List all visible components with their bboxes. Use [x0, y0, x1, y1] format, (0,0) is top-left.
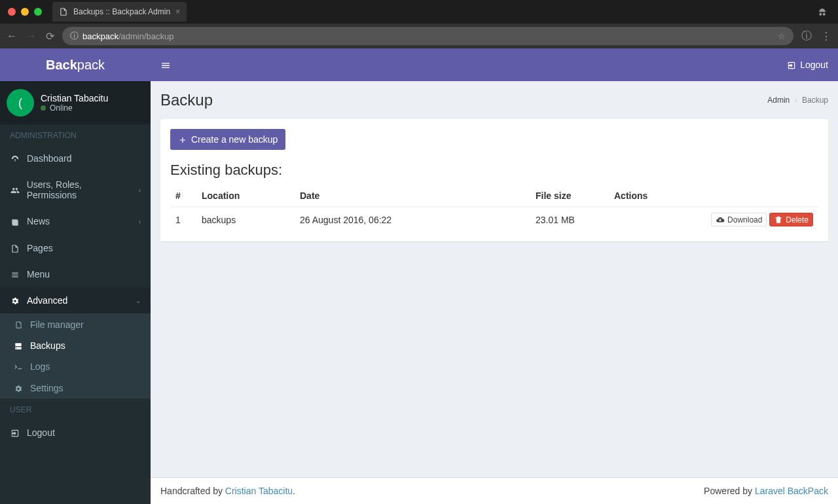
close-tab-icon[interactable]: ×	[175, 7, 180, 16]
brand-logo[interactable]: Backpack	[0, 48, 151, 81]
footer-left: Handcrafted by Cristian Tabacitu.	[160, 486, 295, 496]
sidebar: Backpack ( Cristian Tabacitu Online ADMI…	[0, 48, 151, 504]
logout-label: Logout	[800, 60, 828, 70]
users-icon	[10, 185, 20, 195]
menu-icon[interactable]: ⋮	[820, 30, 833, 43]
breadcrumb-sep: ›	[795, 96, 797, 105]
download-button[interactable]: Download	[711, 213, 767, 226]
topbar: Logout	[151, 48, 838, 81]
browser-tab-title: Backups :: Backpack Admin	[73, 7, 170, 16]
content-body: Create a new backup Existing backups: # …	[151, 109, 838, 477]
back-button[interactable]: ←	[5, 30, 18, 42]
cell-location: backups	[196, 207, 295, 232]
sidebar-item-label: Menu	[27, 269, 50, 279]
footer: Handcrafted by Cristian Tabacitu. Powere…	[151, 477, 838, 504]
news-icon	[10, 216, 20, 226]
sidebar-item-label: Pages	[27, 243, 53, 253]
cogs-icon	[10, 295, 20, 306]
sub-item-logs[interactable]: Logs	[0, 356, 151, 377]
site-info-icon[interactable]: ⓘ	[70, 30, 79, 42]
sidebar-item-logout[interactable]: Logout	[0, 420, 151, 446]
col-actions: Actions	[609, 185, 818, 207]
sidebar-item-news[interactable]: News ‹	[0, 208, 151, 234]
content-header: Backup Admin › Backup	[151, 81, 838, 109]
window-controls[interactable]	[8, 8, 42, 16]
breadcrumb: Admin › Backup	[767, 96, 828, 105]
sub-item-settings[interactable]: Settings	[0, 377, 151, 398]
online-dot-icon	[41, 105, 46, 111]
avatar: (	[7, 89, 34, 117]
files-icon	[13, 319, 24, 329]
backups-table: # Location Date File size Actions 1 back…	[170, 185, 818, 232]
bookmark-icon[interactable]: ☆	[778, 31, 786, 41]
sidebar-item-label: Dashboard	[27, 153, 72, 164]
pages-icon	[10, 243, 20, 253]
logout-button[interactable]: Logout	[787, 60, 828, 70]
cell-actions: Download Delete	[609, 207, 818, 232]
sidebar-item-label: News	[27, 216, 50, 226]
sidebar-item-pages[interactable]: Pages	[0, 235, 151, 261]
sidebar-toggle-icon[interactable]	[160, 59, 171, 71]
sidebar-item-dashboard[interactable]: Dashboard	[0, 145, 151, 171]
sidebar-item-users[interactable]: Users, Roles, Permissions ‹	[0, 171, 151, 208]
create-backup-button[interactable]: Create a new backup	[170, 129, 285, 150]
incognito-icon	[817, 5, 833, 19]
sidebar-item-advanced[interactable]: Advanced ⌄	[0, 287, 151, 314]
chevron-down-icon: ⌄	[136, 297, 141, 304]
maximize-window-icon[interactable]	[34, 8, 42, 16]
sub-item-file-manager[interactable]: File manager	[0, 314, 151, 334]
plus-icon	[178, 134, 187, 145]
footer-author-link[interactable]: Cristian Tabacitu	[225, 486, 293, 496]
footer-powered-link[interactable]: Laravel BackPack	[755, 486, 828, 496]
reload-button[interactable]: ⟳	[45, 30, 56, 43]
sidebar-item-label: Advanced	[27, 295, 67, 306]
sidebar-item-label: Users, Roles, Permissions	[27, 179, 132, 200]
cell-date: 26 August 2016, 06:22	[295, 207, 530, 232]
sub-item-backups[interactable]: Backups	[0, 335, 151, 356]
cell-size: 23.01 MB	[530, 207, 609, 232]
trash-icon	[774, 215, 783, 225]
content-area: Logout Backup Admin › Backup Create a ne…	[151, 48, 838, 504]
user-name: Cristian Tabacitu	[41, 93, 108, 103]
close-window-icon[interactable]	[8, 8, 16, 16]
sidebar-section-user: USER	[0, 399, 151, 420]
user-panel: ( Cristian Tabacitu Online	[0, 81, 151, 124]
chevron-left-icon: ‹	[139, 218, 141, 225]
terminal-icon	[13, 361, 24, 372]
info-icon[interactable]: ⓘ	[800, 29, 813, 43]
forward-button[interactable]: →	[25, 30, 38, 42]
sidebar-item-label: Logout	[27, 427, 55, 438]
section-title: Existing backups:	[170, 162, 818, 179]
panel: Create a new backup Existing backups: # …	[160, 119, 828, 242]
delete-label: Delete	[786, 215, 809, 225]
browser-tab[interactable]: Backups :: Backpack Admin ×	[52, 2, 187, 22]
col-location: Location	[196, 185, 295, 207]
sidebar-section-admin: ADMINISTRATION	[0, 124, 151, 145]
url-host: backpack	[82, 31, 118, 41]
sub-item-label: Settings	[30, 383, 64, 393]
col-size: File size	[530, 185, 609, 207]
brand-bold: Back	[46, 58, 77, 73]
hdd-icon	[13, 340, 24, 351]
address-bar[interactable]: ⓘ backpack/admin/backup ☆	[62, 27, 793, 45]
user-status: Online	[41, 103, 108, 113]
breadcrumb-current: Backup	[802, 96, 828, 105]
footer-right: Powered by Laravel BackPack	[704, 486, 828, 496]
minimize-window-icon[interactable]	[21, 8, 29, 16]
download-label: Download	[727, 215, 762, 225]
browser-tab-row: Backups :: Backpack Admin ×	[0, 0, 838, 24]
page-title: Backup	[160, 91, 213, 109]
cloud-download-icon	[716, 215, 725, 225]
sidebar-item-menu[interactable]: Menu	[0, 261, 151, 287]
cell-num: 1	[170, 207, 196, 232]
sub-item-label: Logs	[30, 361, 50, 372]
delete-button[interactable]: Delete	[769, 213, 813, 226]
brand-light: pack	[77, 58, 105, 73]
create-backup-label: Create a new backup	[191, 134, 278, 145]
list-icon	[10, 269, 20, 279]
col-date: Date	[295, 185, 530, 207]
breadcrumb-admin[interactable]: Admin	[767, 96, 790, 105]
table-row: 1 backups 26 August 2016, 06:22 23.01 MB…	[170, 207, 818, 232]
sub-item-label: Backups	[30, 340, 65, 351]
page-icon	[59, 7, 68, 17]
